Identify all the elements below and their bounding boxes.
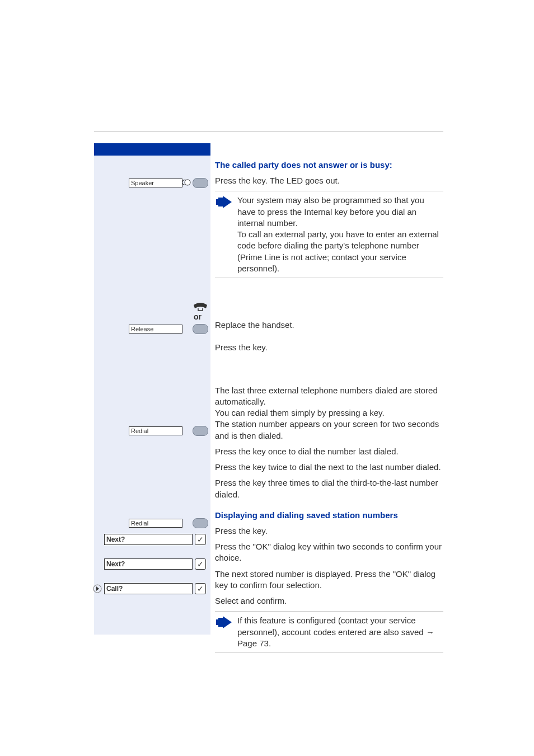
svg-rect-6 — [218, 618, 223, 627]
spacer — [215, 287, 443, 320]
oval-button-icon — [193, 324, 208, 334]
text-next-stored: The next stored number is displayed. Pre… — [215, 569, 443, 591]
spacer — [215, 335, 443, 342]
text-press-key-redial: Press the key. — [215, 525, 443, 537]
right-column: The called party does not answer or is b… — [210, 143, 443, 662]
speaker-key-row: Speaker — [94, 177, 210, 190]
oval-button-icon — [193, 178, 208, 188]
page: Speaker or Release Redial — [0, 0, 534, 756]
note1-para2: To call an external party, you have to e… — [237, 229, 439, 273]
redial-key-row-1: Redial — [94, 425, 210, 438]
ok-check-icon: ✓ — [195, 558, 206, 570]
note-box-1: Your system may also be programmed so th… — [215, 191, 443, 278]
note1-para1: Your system may also be programmed so th… — [237, 195, 424, 228]
note-arrow-icon — [216, 196, 232, 208]
menu-next-2: Next? ✓ — [104, 558, 208, 571]
text-press-once: Press the key once to dial the number la… — [215, 446, 443, 457]
text-select-confirm: Select and confirm. — [215, 595, 443, 607]
text-redial-intro: The last three external telephone number… — [215, 385, 443, 442]
text-press-key-release: Press the key. — [215, 342, 443, 353]
oval-button-icon — [193, 426, 208, 436]
ok-check-icon: ✓ — [195, 534, 206, 545]
top-divider — [94, 132, 443, 132]
led-off-icon — [181, 179, 191, 186]
oval-button-icon — [193, 518, 208, 528]
svg-point-1 — [185, 180, 190, 185]
menu-call-label: Call? — [104, 583, 193, 594]
left-column: Speaker or Release Redial — [94, 143, 210, 635]
redial-key-row-2: Redial — [94, 517, 210, 530]
note2-text-page: Page 73. — [237, 638, 271, 648]
handset-down-icon — [193, 302, 208, 312]
content-area: Speaker or Release Redial — [94, 143, 443, 662]
redial-key-label: Redial — [129, 426, 182, 435]
scroll-right-icon — [93, 584, 102, 593]
section-title-display-dial: Displaying and dialing saved station num… — [215, 510, 443, 520]
redial-key-label: Redial — [129, 519, 182, 528]
menu-call: Call? ✓ — [104, 583, 208, 595]
menu-next-label: Next? — [104, 534, 193, 545]
menu-next-label: Next? — [104, 558, 193, 570]
speaker-key-label: Speaker — [129, 179, 182, 187]
release-key-row: Release — [94, 323, 210, 336]
section-title-no-answer: The called party does not answer or is b… — [215, 160, 443, 170]
text-press-led: Press the key. The LED goes out. — [215, 175, 443, 186]
release-key-label: Release — [129, 325, 182, 334]
note-box-2: If this feature is configured (contact y… — [215, 611, 443, 653]
text-press-three: Press the key three times to dial the th… — [215, 477, 443, 500]
note-arrow-icon — [216, 616, 232, 628]
svg-rect-4 — [218, 198, 223, 206]
text-ok-confirm: Press the "OK" dialog key within two sec… — [215, 541, 443, 564]
arrow-right-icon: → — [426, 627, 434, 637]
text-replace-handset: Replace the handset. — [215, 320, 443, 331]
note2-text-pre: If this feature is configured (contact y… — [237, 616, 426, 636]
spacer — [215, 358, 443, 385]
menu-next-1: Next? ✓ — [104, 534, 208, 546]
ok-check-icon: ✓ — [195, 583, 206, 594]
blue-header-bar — [94, 143, 210, 156]
or-label: or — [194, 312, 202, 321]
text-press-twice: Press the key twice to dial the next to … — [215, 462, 443, 473]
